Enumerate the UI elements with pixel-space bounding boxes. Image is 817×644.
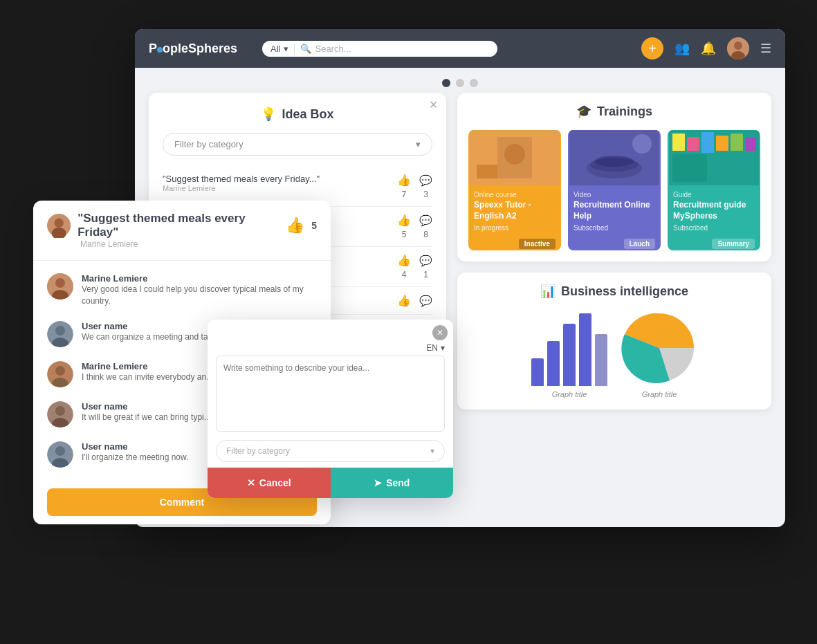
comment-group: 💬 1	[419, 255, 432, 279]
bell-icon[interactable]: 🔔	[701, 41, 716, 56]
send-button[interactable]: ➤ Send	[331, 468, 454, 498]
idea-author: Marine Lemiere	[163, 184, 320, 192]
bar-3	[563, 324, 576, 386]
idea-actions: 👍 4 💬 1	[397, 254, 432, 279]
logo-dot	[157, 47, 163, 53]
send-label: Send	[386, 477, 410, 488]
svg-point-24	[55, 278, 65, 288]
comment-icon[interactable]: 💬	[419, 295, 432, 307]
idea-text: "Suggest themed meals every Friday..."	[163, 174, 320, 184]
trainings-title: 🎓 Trainings	[468, 104, 760, 119]
users-icon[interactable]: 👥	[674, 41, 690, 56]
thumbs-up-icon[interactable]: 👍	[397, 254, 411, 267]
compose-actions: ✕ Cancel ➤ Send	[208, 468, 453, 498]
bar-chart-label: Graph title	[552, 390, 587, 398]
svg-point-10	[595, 156, 634, 167]
pie-chart-container: Graph title	[621, 310, 697, 398]
user-avatar[interactable]	[727, 37, 749, 59]
training-card-3[interactable]: Guide Recruitment guide MySpheres Subscr…	[668, 130, 760, 250]
pie-chart-label: Graph title	[642, 390, 677, 398]
trainings-grid: Online course Speexx Tutor - English A2 …	[468, 130, 760, 250]
carousel-dot-2[interactable]	[456, 79, 464, 87]
comment-username: User name	[82, 441, 188, 452]
bar-2	[547, 341, 560, 386]
card-title-1: Speexx Tutor - English A2	[474, 200, 556, 221]
like-count: 4	[402, 270, 407, 279]
card-status-1: In progress	[474, 224, 556, 232]
card-action-3[interactable]: Summary	[668, 237, 760, 250]
svg-point-11	[632, 134, 652, 154]
comment-icon[interactable]: 💬	[419, 174, 432, 187]
modal-close-button[interactable]: ✕	[432, 325, 448, 340]
commenter-avatar	[47, 273, 73, 300]
carousel-dot-3[interactable]	[470, 79, 478, 87]
card-body-1: Online course Speexx Tutor - English A2 …	[468, 185, 561, 237]
lang-label: EN	[426, 343, 438, 353]
card-title-2: Recruitment Online Help	[573, 200, 655, 221]
menu-icon[interactable]: ☰	[760, 41, 771, 56]
comment-body: User name I'll organize the meeting now.	[82, 441, 188, 463]
filter-label: Filter by category	[226, 446, 290, 456]
svg-point-33	[55, 406, 65, 416]
pie-chart	[621, 310, 697, 386]
comment-group: 💬 3	[419, 174, 432, 199]
comment-icon[interactable]: 💬	[419, 214, 432, 227]
right-panels: 🎓 Trainings	[457, 93, 771, 425]
bi-charts: Graph title	[468, 310, 760, 398]
search-filter-dropdown[interactable]: All ▾	[270, 44, 294, 54]
like-group: 👍 7	[397, 174, 411, 199]
search-placeholder: Search...	[315, 44, 351, 54]
card-action-1[interactable]: Inactive	[468, 237, 561, 250]
x-icon: ✕	[247, 477, 255, 488]
comment-user-avatar	[47, 213, 71, 238]
close-icon[interactable]: ✕	[429, 98, 438, 111]
compose-modal-header: ✕	[208, 320, 453, 340]
comment-count: 1	[423, 270, 428, 279]
category-filter-dropdown[interactable]: Filter by category ▾	[163, 133, 432, 156]
bar-5	[595, 334, 607, 386]
like-icon[interactable]: 👍	[286, 217, 304, 234]
cancel-button[interactable]: ✕ Cancel	[208, 468, 331, 498]
add-button[interactable]: +	[641, 37, 663, 59]
lightbulb-icon: 💡	[261, 107, 276, 122]
svg-rect-14	[687, 137, 699, 151]
send-icon: ➤	[374, 477, 382, 488]
search-bar[interactable]: All ▾ 🔍 Search...	[262, 41, 497, 57]
idea-box-title: 💡 Idea Box	[163, 107, 432, 122]
thumbs-up-icon[interactable]: 👍	[397, 174, 411, 187]
svg-point-21	[54, 219, 63, 228]
comment-panel-header: "Suggest themed meals every Friday" 👍 5 …	[33, 201, 331, 261]
carousel-dot-1[interactable]	[442, 79, 450, 87]
training-card-2[interactable]: Video Recruitment Online Help Subscribed…	[568, 130, 661, 250]
bar-chart-container: Graph title	[531, 310, 607, 398]
idea-content: "Suggest themed meals every Friday..." M…	[163, 174, 320, 192]
search-icon: 🔍	[300, 44, 311, 54]
thumbs-up-icon[interactable]: 👍	[397, 214, 411, 227]
idea-actions: 👍 💬	[397, 294, 432, 307]
card-title-3: Recruitment guide MySpheres	[673, 200, 755, 221]
card-body-2: Video Recruitment Online Help Subscribed	[568, 185, 661, 237]
compose-textarea[interactable]	[216, 356, 445, 432]
comment-body: User name We can organize a meeting and …	[82, 321, 215, 343]
card-action-2[interactable]: Lauch	[568, 237, 661, 250]
training-card-1[interactable]: Online course Speexx Tutor - English A2 …	[468, 130, 561, 250]
comment-text: I'll organize the meeting now.	[82, 452, 188, 463]
card-image-3	[668, 130, 760, 185]
comment-body: Marine Lemiere Very good idea I could he…	[82, 273, 317, 307]
comment-text: Very good idea I could help you discover…	[82, 284, 317, 307]
plus-icon: +	[648, 41, 657, 57]
bi-panel: 📊 Business intelligence Graph title	[457, 273, 771, 410]
language-selector[interactable]: EN ▾	[208, 340, 453, 356]
card-image-1	[468, 130, 561, 185]
header: PopleSpheres All ▾ 🔍 Search... + 👥 🔔	[135, 29, 785, 68]
idea-actions: 👍 5 💬 8	[397, 214, 432, 239]
card-status-2: Subscribed	[573, 224, 655, 232]
thumbs-up-icon[interactable]: 👍	[397, 294, 411, 307]
card-type-2: Video	[573, 191, 655, 199]
cancel-label: Cancel	[259, 477, 291, 488]
comment-icon[interactable]: 💬	[419, 255, 432, 267]
svg-rect-15	[701, 132, 714, 153]
compose-modal: ✕ EN ▾ Filter by category ▾ ✕ Cancel ➤ S…	[208, 320, 453, 498]
comment-count: 3	[423, 190, 428, 199]
compose-category-filter[interactable]: Filter by category ▾	[216, 440, 445, 462]
